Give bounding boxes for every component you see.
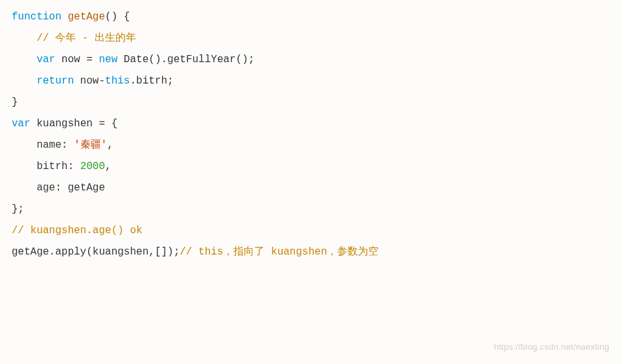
comment: // 今年 - 出生的年 (36, 32, 136, 44)
code-line: }; (12, 199, 609, 220)
property-name: bitrh (36, 161, 67, 172)
keyword-var: var (36, 54, 55, 65)
keyword-this: this (105, 75, 130, 87)
keyword-var: var (12, 118, 30, 130)
property-name: name (36, 139, 61, 151)
string-literal: '秦疆' (74, 139, 107, 151)
function-name: getAge (67, 11, 105, 23)
watermark: https://blog.csdn.net/naexting (494, 336, 609, 358)
comment: // this，指向了 kuangshen，参数为空 (180, 246, 379, 258)
keyword-function: function (12, 11, 62, 23)
number-literal: 2000 (80, 161, 105, 172)
code-line: var now = new Date().getFullYear(); (12, 49, 609, 71)
keyword-new: new (99, 54, 117, 65)
keyword-return: return (36, 75, 74, 87)
code-line: age: getAge (12, 177, 609, 199)
code-line: } (12, 92, 609, 113)
code-line: // kuangshen.age() ok (12, 220, 609, 242)
comment: // kuangshen.age() ok (12, 225, 143, 236)
code-line: name: '秦疆', (12, 135, 609, 156)
code-line: function getAge() { (12, 6, 609, 28)
code-line: // 今年 - 出生的年 (12, 28, 609, 49)
code-line: getAge.apply(kuangshen,[]);// this，指向了 k… (12, 242, 609, 263)
code-line: var kuangshen = { (12, 113, 609, 135)
property-name: age (36, 182, 55, 194)
code-line: bitrh: 2000, (12, 156, 609, 177)
code-line: return now-this.bitrh; (12, 71, 609, 92)
code-block: function getAge() { // 今年 - 出生的年 var now… (12, 6, 609, 263)
